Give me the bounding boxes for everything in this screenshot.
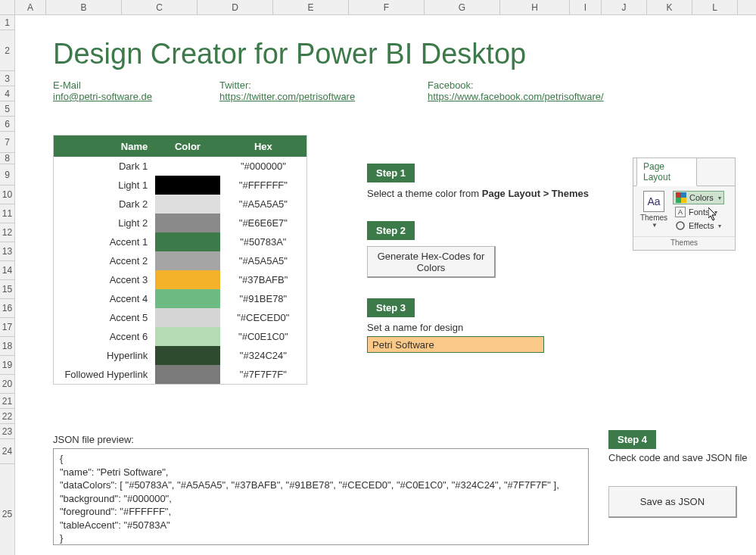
row-header[interactable]: 9: [0, 164, 14, 186]
color-swatch: [155, 214, 219, 232]
color-name: Dark 1: [54, 161, 155, 172]
save-json-button[interactable]: Save as JSON: [608, 486, 737, 518]
twitter-link[interactable]: https://twitter.com/petrisoftware: [219, 91, 355, 102]
table-row: Accent 1"#50783A": [54, 232, 306, 251]
color-hex: "#91BE78": [220, 293, 306, 304]
ribbon-fonts-button[interactable]: A Fonts▾: [673, 206, 724, 218]
email-link[interactable]: info@petri-software.de: [53, 91, 152, 102]
table-row: Accent 5"#CECED0": [54, 308, 306, 327]
col-header[interactable]: H: [500, 0, 570, 14]
chevron-down-icon: ▼: [639, 222, 670, 229]
row-header[interactable]: 17: [0, 318, 14, 337]
step4-text: Check code and save JSON file: [608, 452, 748, 463]
worksheet: Design Creator for Power BI Desktop E-Ma…: [15, 15, 756, 555]
row-header[interactable]: 24: [0, 439, 14, 464]
generate-hex-button[interactable]: Generate Hex-Codes for Colors: [367, 246, 496, 278]
json-preview-box[interactable]: {"name": "Petri Software","dataColors": …: [53, 448, 589, 545]
json-line: "dataColors": [ "#50783A", "#A5A5A5", "#…: [60, 479, 582, 492]
page-title: Design Creator for Power BI Desktop: [53, 38, 526, 70]
col-header[interactable]: E: [273, 0, 349, 14]
svg-rect-2: [676, 198, 681, 203]
row-header[interactable]: 11: [0, 204, 14, 223]
col-header[interactable]: D: [198, 0, 273, 14]
row-header[interactable]: 19: [0, 356, 14, 375]
ribbon-tab-page-layout[interactable]: Page Layout: [636, 157, 697, 186]
row-header[interactable]: 16: [0, 299, 14, 318]
row-header[interactable]: 6: [0, 117, 14, 132]
col-header[interactable]: I: [570, 0, 602, 14]
col-header[interactable]: K: [647, 0, 692, 14]
ribbon-effects-button[interactable]: Effects▾: [673, 220, 724, 232]
row-header[interactable]: 15: [0, 280, 14, 299]
twitter-label: Twitter:: [219, 80, 355, 91]
col-header[interactable]: G: [425, 0, 500, 14]
color-swatch: [155, 346, 219, 365]
contact-twitter: Twitter: https://twitter.com/petrisoftwa…: [219, 80, 355, 102]
th-hex: Hex: [220, 141, 306, 152]
color-hex: "#7F7F7F": [220, 369, 306, 380]
color-hex: "#324C24": [220, 350, 306, 361]
step3-badge: Step 3: [367, 298, 415, 317]
color-name: Accent 3: [54, 274, 155, 285]
color-swatch: [155, 308, 219, 327]
col-header[interactable]: C: [122, 0, 198, 14]
color-swatch: [155, 176, 219, 195]
table-row: Accent 4"#91BE78": [54, 289, 306, 308]
effects-icon: [675, 220, 686, 231]
col-header[interactable]: A: [15, 0, 46, 14]
col-header[interactable]: L: [692, 0, 738, 14]
row-header[interactable]: 12: [0, 223, 14, 242]
chevron-down-icon: ▾: [714, 209, 717, 216]
colors-icon: [676, 192, 686, 203]
row-header[interactable]: 13: [0, 242, 14, 261]
row-header[interactable]: 20: [0, 375, 14, 394]
color-name: Light 2: [54, 217, 155, 229]
color-hex: "#37BAFB": [220, 274, 306, 285]
row-header[interactable]: 7: [0, 132, 14, 153]
color-swatch: [155, 270, 219, 289]
row-header[interactable]: 14: [0, 261, 14, 280]
email-label: E-Mail: [53, 80, 152, 91]
col-header[interactable]: F: [349, 0, 425, 14]
row-header[interactable]: 10: [0, 186, 14, 204]
step2-badge: Step 2: [367, 221, 415, 240]
color-hex: "#A5A5A5": [220, 255, 306, 267]
color-hex: "#000000": [220, 161, 306, 172]
row-header[interactable]: 25: [0, 464, 14, 555]
row-header[interactable]: 18: [0, 337, 14, 356]
fonts-icon: A: [675, 207, 686, 217]
row-headers: 1234567891011121314151617181920212223242…: [0, 15, 15, 555]
th-name: Name: [54, 141, 155, 152]
ribbon-colors-button[interactable]: Colors▾: [673, 191, 724, 204]
row-header[interactable]: 23: [0, 424, 14, 439]
row-header[interactable]: 3: [0, 71, 14, 86]
color-hex: "#50783A": [220, 236, 306, 248]
ribbon-themes-button[interactable]: Aa Themes ▼: [638, 191, 670, 232]
row-header[interactable]: 21: [0, 394, 14, 409]
table-row: Hyperlink"#324C24": [54, 346, 306, 365]
color-swatch: [155, 327, 219, 346]
table-row: Light 2"#E6E6E7": [54, 214, 306, 232]
color-swatch: [155, 232, 219, 251]
color-hex: "#A5A5A5": [220, 198, 306, 210]
json-line: "foreground": "#FFFFFF",: [60, 505, 582, 519]
color-name: Accent 5: [54, 312, 155, 323]
json-preview-label: JSON file preview:: [53, 434, 134, 445]
design-name-input[interactable]: [367, 336, 544, 353]
color-name: Dark 2: [54, 198, 155, 210]
row-header[interactable]: 2: [0, 30, 14, 71]
json-line: "tableAccent": "#50783A": [60, 519, 582, 532]
facebook-link[interactable]: https://www.facebook.com/petrisoftware/: [428, 91, 604, 102]
row-header[interactable]: 4: [0, 86, 14, 101]
row-header[interactable]: 1: [0, 15, 14, 30]
col-header[interactable]: B: [46, 0, 122, 14]
svg-rect-1: [681, 192, 686, 198]
themes-icon: Aa: [643, 191, 664, 212]
col-header[interactable]: J: [602, 0, 647, 14]
row-header[interactable]: 22: [0, 409, 14, 424]
column-headers: ABCDEFGHIJKL: [0, 0, 756, 15]
color-name: Accent 1: [54, 236, 155, 248]
row-header[interactable]: 5: [0, 101, 14, 117]
row-header[interactable]: 8: [0, 153, 14, 164]
table-row: Dark 2"#A5A5A5": [54, 195, 306, 214]
